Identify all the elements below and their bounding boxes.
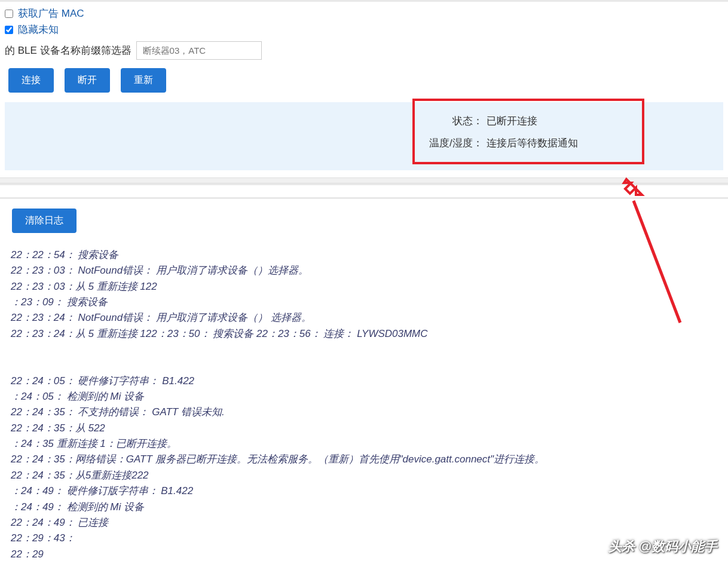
log-line: 22：29 — [11, 547, 722, 562]
temp-label: 温度/湿度： — [429, 136, 487, 158]
log-line: 22：22：54： 搜索设备 — [11, 247, 722, 263]
log-panel: 清除日志 22：22：54： 搜索设备22：23：03： NotFound错误：… — [0, 199, 728, 564]
hide-unknown-row: 隐藏未知 — [5, 23, 723, 36]
action-buttons: 连接 断开 重新 — [8, 68, 723, 93]
log-line: ：23：09： 搜索设备 — [11, 295, 722, 310]
status-panel: 状态： 已断开连接 温度/湿度： 连接后等待数据通知 — [5, 102, 723, 170]
log-line — [11, 357, 722, 373]
name-filter-input[interactable] — [136, 41, 262, 60]
log-line: ：24：35 重新连接 1：已断开连接。 — [11, 436, 722, 452]
state-value: 已断开连接 — [487, 114, 578, 136]
get-adv-mac-row: 获取广告 MAC — [5, 7, 723, 20]
log-line: ：24：49： 硬件修订版字符串： B1.422 — [11, 483, 722, 499]
connect-button[interactable]: 连接 — [8, 68, 54, 93]
log-line — [11, 342, 722, 357]
get-adv-mac-checkbox[interactable] — [5, 10, 13, 18]
log-output: 22：22：54： 搜索设备22：23：03： NotFound错误： 用户取消… — [8, 247, 722, 562]
get-adv-mac-label[interactable]: 获取广告 MAC — [18, 7, 84, 20]
divider — [0, 177, 728, 183]
disconnect-button[interactable]: 断开 — [65, 68, 110, 93]
log-line: 22：23：24：从 5 重新连接 122：23：50： 搜索设备 22：23：… — [11, 326, 722, 342]
hide-unknown-label[interactable]: 隐藏未知 — [18, 23, 59, 36]
log-line: ：24：05： 检测到的 Mi 设备 — [11, 389, 722, 404]
log-line: 22：24：35：从 522 — [11, 421, 722, 436]
ble-controls-panel: 获取广告 MAC 隐藏未知 的 BLE 设备名称前缀筛选器 连接 断开 重新 状… — [0, 0, 728, 177]
log-line: 22：23：24： NotFound错误： 用户取消了请求设备（） 选择器。 — [11, 310, 722, 326]
log-line: 22：24：35： 不支持的错误： GATT 错误未知. — [11, 404, 722, 420]
clear-log-button[interactable]: 清除日志 — [12, 209, 77, 233]
divider — [0, 183, 728, 199]
log-line: 22：24：35：网络错误：GATT 服务器已断开连接。无法检索服务。（重新）首… — [11, 452, 722, 467]
log-line: 22：23：03：从 5 重新连接 122 — [11, 279, 722, 295]
log-line: 22：29：43： — [11, 531, 722, 546]
name-filter-row: 的 BLE 设备名称前缀筛选器 — [5, 41, 723, 60]
log-line: 22：23：03： NotFound错误： 用户取消了请求设备（）选择器。 — [11, 263, 722, 278]
temp-value: 连接后等待数据通知 — [487, 136, 578, 158]
log-line: ：24：49： 检测到的 Mi 设备 — [11, 499, 722, 515]
log-line: 22：24：05： 硬件修订字符串： B1.422 — [11, 373, 722, 389]
hide-unknown-checkbox[interactable] — [5, 26, 13, 34]
log-line: 22：24：35：从5重新连接222 — [11, 468, 722, 483]
name-filter-label: 的 BLE 设备名称前缀筛选器 — [5, 44, 131, 57]
state-label: 状态： — [429, 114, 487, 136]
refresh-button[interactable]: 重新 — [121, 68, 166, 93]
log-line: 22：24：49： 已连接 — [11, 515, 722, 531]
